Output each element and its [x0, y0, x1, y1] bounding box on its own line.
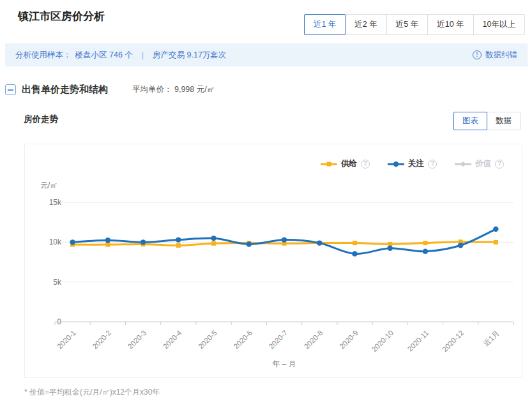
series-attention	[70, 227, 498, 257]
warning-circle-icon: !	[473, 50, 482, 59]
section-title: 出售单价走势和结构	[22, 84, 108, 96]
view-toggle-1[interactable]: 数据	[487, 112, 521, 130]
analysis-sample-info-bar: 分析使用样本： 楼盘小区 746 个 | 房产交易 9.17万套次 ! 数据纠错	[5, 43, 528, 66]
sample-stats: 分析使用样本： 楼盘小区 746 个 | 房产交易 9.17万套次	[15, 50, 226, 61]
y-tick-label: 15k	[49, 198, 62, 207]
x-tick-label: 近1月	[482, 329, 501, 347]
average-price-label: 平均单价：	[132, 85, 172, 94]
sample-label: 分析使用样本：	[15, 50, 72, 61]
chart-legend: 供给?关注?价值?	[321, 158, 504, 169]
help-question-icon-supply[interactable]: ?	[361, 160, 370, 169]
tab-time-range-1[interactable]: 近2 年	[345, 14, 386, 35]
x-tick-label: 2020-11	[406, 329, 430, 353]
legend-label-attention: 关注	[408, 158, 424, 169]
legend-item-value[interactable]: 价值?	[455, 158, 504, 169]
value-line-marker-icon	[455, 160, 471, 168]
x-tick-label: 2020-5	[197, 329, 218, 351]
collapse-minus-icon[interactable]	[5, 84, 16, 95]
chart-canvas: 元/㎡ 05k10k15k2020-12020-22020-32020-4202…	[25, 144, 522, 377]
plot-area: 05k10k15k2020-12020-22020-32020-42020-52…	[49, 198, 513, 353]
sample-value: 楼盘小区 746 个	[75, 50, 133, 61]
y-axis-unit-label: 元/㎡	[40, 181, 57, 190]
transaction-value: 房产交易 9.17万套次	[153, 50, 226, 61]
x-tick-label: 2020-9	[338, 329, 360, 351]
x-axis-title: 年 – 月	[272, 359, 296, 368]
page-title: 镇江市区房价分析	[18, 9, 105, 24]
x-tick-label: 2020-1	[56, 329, 77, 351]
x-tick-label: 2020-6	[232, 329, 254, 351]
tab-time-range-2[interactable]: 近5 年	[386, 14, 428, 35]
y-tick-label: 10k	[49, 238, 62, 246]
stats-divider: |	[142, 50, 144, 59]
legend-label-supply: 供给	[341, 158, 357, 169]
average-price: 平均单价： 9,998 元/㎡	[132, 84, 215, 95]
legend-item-attention[interactable]: 关注?	[388, 158, 437, 169]
y-tick-label: 5k	[53, 278, 62, 287]
value-formula-footnote: * 价值=平均租金(元/月/㎡)x12个月x30年	[24, 387, 160, 398]
supply-line-marker-icon	[321, 160, 337, 168]
x-tick-label: 2020-4	[162, 329, 183, 351]
sale-price-section-header: 出售单价走势和结构 平均单价： 9,998 元/㎡	[5, 84, 215, 96]
help-question-icon-value[interactable]: ?	[495, 160, 504, 169]
time-range-tabs: 近1 年近2 年近5 年近10 年10年以上	[305, 14, 525, 35]
tab-time-range-3[interactable]: 近10 年	[427, 14, 473, 35]
x-tick-label: 2020-3	[126, 329, 148, 351]
x-tick-label: 2020-12	[441, 329, 465, 353]
price-trend-title: 房价走势	[24, 114, 58, 125]
price-trend-chart: 供给?关注?价值? 元/㎡ 05k10k15k2020-12020-22020-…	[24, 144, 522, 378]
tab-time-range-4[interactable]: 10年以上	[473, 14, 525, 35]
legend-label-value: 价值	[475, 158, 491, 169]
data-correction-button[interactable]: ! 数据纠错	[473, 50, 517, 61]
x-tick-label: 2020-7	[268, 329, 289, 351]
legend-item-supply[interactable]: 供给?	[321, 158, 370, 169]
view-toggle-0[interactable]: 图表	[453, 112, 487, 130]
x-tick-label: 2020-10	[370, 329, 395, 353]
data-correction-label: 数据纠错	[485, 50, 517, 61]
chart-data-view-toggle: 图表数据	[454, 112, 521, 130]
attention-line-marker-icon	[388, 160, 404, 168]
help-question-icon-attention[interactable]: ?	[428, 160, 437, 169]
tab-time-range-0[interactable]: 近1 年	[304, 14, 346, 35]
x-tick-label: 2020-2	[91, 329, 112, 351]
average-price-value: 9,998 元/㎡	[174, 85, 215, 94]
x-tick-label: 2020-8	[303, 329, 324, 351]
